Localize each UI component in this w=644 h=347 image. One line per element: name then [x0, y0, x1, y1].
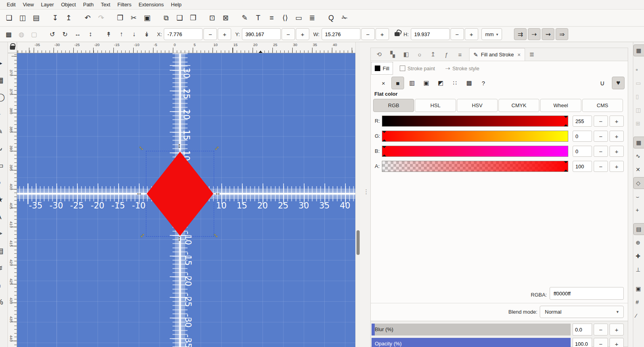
swatches-dialog-tab[interactable]: ▚	[386, 48, 399, 61]
save-button[interactable]: ◫	[16, 11, 29, 25]
blur-input[interactable]	[573, 324, 592, 335]
flip-horizontal-button[interactable]: ↔	[71, 28, 84, 40]
snap-object-centers-button[interactable]: ⊕	[633, 237, 644, 249]
alpha-slider[interactable]	[382, 161, 568, 172]
select-all-button[interactable]: ▩	[2, 28, 15, 40]
paste-button[interactable]: ▣	[140, 11, 154, 25]
blue-minus-button[interactable]: −	[594, 146, 608, 157]
x-minus-button[interactable]: −	[203, 28, 217, 40]
ungroup-button[interactable]: ⊠	[219, 11, 232, 25]
document-properties-dialog-tab[interactable]: ◧	[399, 48, 413, 61]
vertical-ruler[interactable]: 3703753803853903954004054104154204254304…	[8, 53, 17, 347]
snap-intersections-button[interactable]: ✕	[633, 164, 644, 175]
alpha-value-input[interactable]	[573, 161, 592, 172]
swatch-button[interactable]: ∷	[448, 77, 461, 89]
snap-bbox-button[interactable]: ▫	[633, 64, 644, 75]
rotate-ccw-button[interactable]: ↺	[46, 28, 59, 40]
radial-gradient-button[interactable]: ▣	[420, 77, 433, 89]
ruler-lock-corner[interactable]	[8, 42, 17, 53]
snap-grid-button[interactable]: #	[633, 296, 644, 308]
import-button[interactable]: ↧	[48, 11, 62, 25]
tool-≋[interactable]: ≋	[0, 263, 8, 273]
scale-handle-bottom[interactable]: ↕	[178, 235, 181, 242]
tab-fill[interactable]: Fill	[372, 62, 393, 74]
scale-handle-top[interactable]: ↕	[178, 142, 181, 149]
move-patterns-toggle[interactable]: ⇒	[556, 28, 568, 40]
green-value-input[interactable]	[573, 131, 592, 142]
raise-button[interactable]: ↑	[115, 28, 128, 40]
lower-button[interactable]: ↓	[128, 28, 140, 40]
raise-to-top-button[interactable]: ↟	[102, 28, 115, 40]
scale-handle-right[interactable]: ↔	[215, 189, 221, 197]
menu-Layer[interactable]: Layer	[37, 0, 58, 9]
menu-Filters[interactable]: Filters	[114, 0, 135, 9]
flip-vertical-button[interactable]: ↕	[84, 28, 97, 40]
tool-▶[interactable]: ▶	[0, 58, 8, 68]
h-plus-button[interactable]: +	[465, 28, 478, 40]
x-input[interactable]	[164, 28, 203, 40]
rgba-input[interactable]	[550, 287, 624, 300]
path-effects-dialog-tab[interactable]: ƒ	[440, 48, 453, 61]
redo-button[interactable]: ↷	[94, 11, 108, 25]
menu-Path[interactable]: Path	[79, 0, 97, 9]
green-slider[interactable]	[382, 131, 568, 142]
green-plus-button[interactable]: +	[610, 131, 624, 142]
scale-handle-left[interactable]: ↔	[136, 189, 142, 197]
blur-slider[interactable]: Blur (%)	[372, 324, 571, 335]
red-slider[interactable]	[382, 116, 568, 127]
alpha-minus-button[interactable]: −	[594, 161, 608, 172]
y-input[interactable]	[242, 28, 281, 40]
snap-smooth-nodes-button[interactable]: ⌣	[633, 191, 644, 202]
print-button[interactable]: ▤	[29, 11, 43, 25]
tool-A[interactable]: A	[0, 212, 8, 222]
fill-rule-evenodd-button[interactable]: ∪	[596, 77, 609, 89]
help-button[interactable]: ?	[477, 77, 490, 89]
w-input[interactable]	[322, 28, 360, 40]
unit-dropdown[interactable]: mm ▾	[481, 28, 502, 40]
blend-mode-dropdown[interactable]: Normal ▾	[540, 306, 624, 318]
unlink-clone-button[interactable]: ❒	[186, 11, 200, 25]
xml-editor-button[interactable]: ⟨⟩	[278, 11, 292, 25]
tool-▤[interactable]: ▤	[0, 246, 8, 256]
linear-gradient-button[interactable]: ▥	[406, 77, 418, 89]
layers-dialog-button[interactable]: ≡	[265, 11, 278, 25]
y-plus-button[interactable]: +	[296, 28, 309, 40]
opacity-minus-button[interactable]: −	[594, 338, 608, 347]
snap-midpoints-button[interactable]: +	[633, 204, 644, 216]
object-properties-dialog-tab[interactable]: ○	[413, 48, 426, 61]
snap-cusp-nodes-button[interactable]: ◇	[633, 177, 644, 189]
tab-stroke-style[interactable]: ⇢ Stroke style	[442, 62, 483, 74]
red-minus-button[interactable]: −	[594, 116, 608, 127]
opacity-input[interactable]	[573, 338, 592, 347]
document-properties-button[interactable]: ▭	[292, 11, 305, 25]
clone-button[interactable]: ❑	[173, 11, 186, 25]
snap-text-baseline-button[interactable]: ⊥	[633, 264, 644, 276]
snap-nodes-button[interactable]: ▦	[633, 137, 644, 148]
unknown-paint-button[interactable]: ▩	[463, 77, 475, 89]
lower-to-bottom-button[interactable]: ↡	[140, 28, 153, 40]
canvas-vertical-scrollbar[interactable]	[355, 42, 360, 347]
tool-○[interactable]: ○	[0, 177, 8, 188]
flat-color-button[interactable]: ■	[391, 77, 404, 89]
close-icon[interactable]: ×	[518, 52, 521, 58]
tool-✎[interactable]: ✎	[0, 126, 8, 137]
copy-button[interactable]: ❐	[113, 11, 127, 25]
snap-others-button[interactable]: ▤	[633, 223, 644, 235]
duplicate-button[interactable]: ⧉	[159, 11, 173, 25]
snap-bbox-midpoints-button[interactable]: ◫	[633, 104, 644, 116]
pattern-button[interactable]: ◩	[434, 77, 447, 89]
snap-page-border-button[interactable]: ▣	[633, 283, 644, 295]
tab-fill-and-stroke[interactable]: ✎ Fill and Stroke ×	[469, 48, 525, 61]
alpha-plus-button[interactable]: +	[610, 161, 624, 172]
x-plus-button[interactable]: +	[218, 28, 231, 40]
select-all-layers-button[interactable]: ◍	[15, 28, 28, 40]
blur-plus-button[interactable]: +	[610, 324, 624, 335]
menu-Help[interactable]: Help	[167, 0, 185, 9]
opacity-slider[interactable]: Opacity (%)	[372, 338, 571, 347]
fill-stroke-dialog-button[interactable]: ✎	[238, 11, 251, 25]
undo-history-dialog-tab[interactable]: ⟲	[372, 48, 386, 61]
cut-button[interactable]: ✂	[127, 11, 140, 25]
blue-plus-button[interactable]: +	[610, 146, 624, 157]
blue-slider[interactable]	[382, 146, 568, 157]
preferences-button[interactable]: ✁	[338, 11, 351, 25]
